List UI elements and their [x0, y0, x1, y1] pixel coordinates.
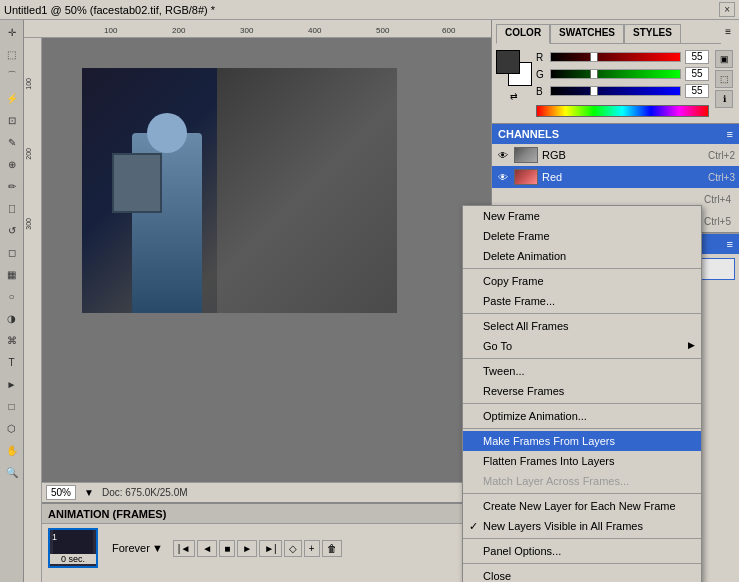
menu-delete-frame[interactable]: Delete Frame: [463, 226, 701, 246]
tool-zoom[interactable]: 🔍: [2, 462, 22, 482]
channel-red-shortcut: Ctrl+3: [708, 172, 735, 183]
menu-optimize-animation[interactable]: Optimize Animation...: [463, 406, 701, 426]
info-icon[interactable]: ℹ: [715, 90, 733, 108]
fg-color-swatch[interactable]: [496, 50, 520, 74]
tween-btn[interactable]: ◇: [284, 540, 302, 557]
channel-rgb-eye[interactable]: 👁: [496, 148, 510, 162]
tool-shape[interactable]: □: [2, 396, 22, 416]
tool-move[interactable]: ✛: [2, 22, 22, 42]
g-slider-thumb[interactable]: [590, 69, 598, 79]
tool-select[interactable]: ⬚: [2, 44, 22, 64]
tool-brush[interactable]: ✏: [2, 176, 22, 196]
prev-btn[interactable]: ◄: [197, 540, 217, 557]
r-value[interactable]: 55: [685, 50, 709, 64]
image-icon[interactable]: ⬚: [715, 70, 733, 88]
r-slider[interactable]: [550, 52, 681, 62]
title-bar: Untitled1 @ 50% (facestab02.tif, RGB/8#)…: [0, 0, 739, 20]
channels-header: CHANNELS ≡: [492, 124, 739, 144]
frame-1-thumb[interactable]: 1 0 sec.: [48, 528, 98, 568]
panel-right-icons: ▣ ⬚ ℹ: [713, 48, 735, 119]
fg-bg-color-selector[interactable]: [496, 50, 532, 86]
channel-4-shortcut: Ctrl+4: [704, 194, 731, 205]
menu-flatten-frames[interactable]: Flatten Frames Into Layers: [463, 451, 701, 471]
tool-lasso[interactable]: ⌒: [2, 66, 22, 86]
menu-delete-animation[interactable]: Delete Animation: [463, 246, 701, 266]
tool-eraser[interactable]: ◻: [2, 242, 22, 262]
context-menu: New Frame Delete Frame Delete Animation …: [462, 205, 702, 582]
next-frame-btn[interactable]: ►|: [259, 540, 282, 557]
menu-tween[interactable]: Tween...: [463, 361, 701, 381]
menu-panel-options[interactable]: Panel Options...: [463, 541, 701, 561]
zoom-display[interactable]: 50%: [46, 485, 76, 500]
ruler-tick-500: 500: [376, 26, 389, 35]
tool-path-select[interactable]: ►: [2, 374, 22, 394]
tool-pen[interactable]: ⌘: [2, 330, 22, 350]
tool-eyedropper[interactable]: ✎: [2, 132, 22, 152]
channel-red-eye[interactable]: 👁: [496, 170, 510, 184]
tool-heal[interactable]: ⊕: [2, 154, 22, 174]
g-label: G: [536, 69, 546, 80]
b-slider-thumb[interactable]: [590, 86, 598, 96]
tool-hand[interactable]: ✋: [2, 440, 22, 460]
tab-color[interactable]: COLOR: [496, 24, 550, 44]
loop-control[interactable]: Forever ▼: [112, 542, 163, 554]
menu-select-all-frames[interactable]: Select All Frames: [463, 316, 701, 336]
tab-styles[interactable]: STYLES: [624, 24, 681, 44]
tool-3d[interactable]: ⬡: [2, 418, 22, 438]
b-label: B: [536, 86, 546, 97]
menu-reverse-frames[interactable]: Reverse Frames: [463, 381, 701, 401]
menu-create-new-layer[interactable]: Create New Layer for Each New Frame: [463, 496, 701, 516]
tool-magic[interactable]: ⚡: [2, 88, 22, 108]
g-slider[interactable]: [550, 69, 681, 79]
animation-content: 1 0 sec. Forever ▼ |◄ ◄ ■ ► ►| ◇ +: [42, 524, 491, 572]
tool-gradient[interactable]: ▦: [2, 264, 22, 284]
tool-crop[interactable]: ⊡: [2, 110, 22, 130]
channels-menu-btn[interactable]: ≡: [727, 128, 733, 140]
b-value[interactable]: 55: [685, 84, 709, 98]
menu-go-to[interactable]: Go To: [463, 336, 701, 356]
sep-2: [463, 313, 701, 314]
loop-label: Forever: [112, 542, 150, 554]
channel-red[interactable]: 👁 Red Ctrl+3: [492, 166, 739, 188]
zoom-value: 50%: [51, 487, 71, 498]
tool-history[interactable]: ↺: [2, 220, 22, 240]
menu-paste-frame[interactable]: Paste Frame...: [463, 291, 701, 311]
r-slider-thumb[interactable]: [590, 52, 598, 62]
ruler-tick-600: 600: [442, 26, 455, 35]
del-frame-btn[interactable]: 🗑: [322, 540, 342, 557]
color-spectrum[interactable]: [536, 105, 709, 117]
channel-rgb[interactable]: 👁 RGB Ctrl+2: [492, 144, 739, 166]
menu-new-frame[interactable]: New Frame: [463, 206, 701, 226]
tab-swatches[interactable]: SWATCHES: [550, 24, 624, 44]
new-frame-btn[interactable]: +: [304, 540, 320, 557]
img-equipment: [112, 153, 162, 213]
menu-make-frames-from-layers[interactable]: Make Frames From Layers: [463, 431, 701, 451]
play-btn[interactable]: ►: [237, 540, 257, 557]
channels-icon[interactable]: ▣: [715, 50, 733, 68]
menu-new-layers-visible[interactable]: New Layers Visible in All Frames: [463, 516, 701, 536]
tool-dodge[interactable]: ◑: [2, 308, 22, 328]
layers-menu-btn[interactable]: ≡: [727, 238, 733, 250]
g-value[interactable]: 55: [685, 67, 709, 81]
frame-number: 1: [52, 532, 57, 542]
panel-menu-btn[interactable]: ≡: [721, 24, 735, 44]
toolbox: ✛ ⬚ ⌒ ⚡ ⊡ ✎ ⊕ ✏ ⎕ ↺ ◻ ▦ ○ ◑ ⌘ T ► □ ⬡ ✋ …: [0, 20, 24, 582]
menu-copy-frame[interactable]: Copy Frame: [463, 271, 701, 291]
g-slider-fill: [551, 70, 680, 78]
frame-time: 0 sec.: [50, 554, 96, 564]
swap-colors-icon[interactable]: ⇄: [507, 89, 521, 103]
animation-header: ANIMATION (FRAMES): [42, 504, 491, 524]
ruler-tick-100: 100: [104, 26, 117, 35]
animation-title: ANIMATION (FRAMES): [48, 508, 166, 520]
tool-text[interactable]: T: [2, 352, 22, 372]
stop-btn[interactable]: ■: [219, 540, 235, 557]
b-slider[interactable]: [550, 86, 681, 96]
menu-match-layer: Match Layer Across Frames...: [463, 471, 701, 491]
tool-stamp[interactable]: ⎕: [2, 198, 22, 218]
channel-rgb-thumb: [514, 147, 538, 163]
tool-blur[interactable]: ○: [2, 286, 22, 306]
prev-frame-btn[interactable]: |◄: [173, 540, 196, 557]
ruler-tick-200: 200: [172, 26, 185, 35]
close-button[interactable]: ×: [719, 2, 735, 17]
menu-close[interactable]: Close: [463, 566, 701, 582]
